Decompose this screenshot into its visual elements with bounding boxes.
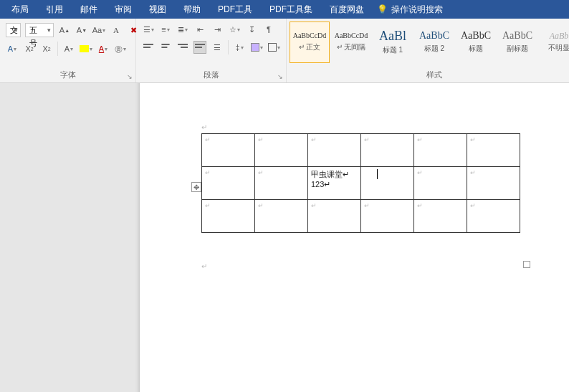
grow-font-button[interactable]: A▲	[58, 24, 71, 37]
sort-button[interactable]: ↧	[245, 23, 258, 36]
text-effects-button[interactable]: A	[6, 42, 19, 55]
table-cell[interactable]	[467, 134, 520, 167]
align-center-button[interactable]	[159, 41, 172, 54]
style-item-5[interactable]: AaBbC副标题	[497, 21, 537, 63]
table-cell[interactable]	[467, 200, 520, 233]
style-item-0[interactable]: AaBbCcDd↵ 正文	[290, 21, 330, 63]
style-gallery[interactable]: AaBbCcDd↵ 正文AaBbCcDd↵ 无间隔AaBl标题 1AaBbC标题…	[287, 19, 569, 63]
table-move-handle[interactable]: ✥	[191, 182, 201, 192]
table-cell[interactable]	[414, 167, 467, 200]
table[interactable]: 甲虫课堂↵ 123↵	[201, 133, 520, 233]
style-item-6[interactable]: AaBb不明显	[539, 21, 569, 63]
phonetic-guide-button[interactable]: A	[110, 24, 123, 37]
tab-layout[interactable]: 布局	[3, 0, 37, 19]
font-size-dropdown[interactable]: 五号	[25, 23, 54, 37]
tell-me-search[interactable]: 💡 操作说明搜索	[377, 4, 443, 16]
cell-text: 甲虫课堂↵	[311, 170, 349, 178]
tab-view[interactable]: 视图	[140, 0, 175, 19]
table-row: 甲虫课堂↵ 123↵	[202, 167, 520, 200]
table-cell[interactable]	[467, 167, 520, 200]
bullets-button[interactable]: ☰	[142, 23, 155, 36]
paragraph-dialog-launcher[interactable]: ↘	[277, 73, 283, 80]
style-preview: AaBl	[379, 29, 406, 42]
increase-indent-button[interactable]: ⇥	[211, 23, 224, 36]
menubar: 布局 引用 邮件 审阅 视图 帮助 PDF工具 PDF工具集 百度网盘 💡 操作…	[0, 0, 569, 19]
numbering-button[interactable]: ≡	[159, 23, 172, 36]
group-label-font: 字体 ↘	[0, 68, 135, 82]
style-item-1[interactable]: AaBbCcDd↵ 无间隔	[331, 21, 371, 63]
table-cell[interactable]	[361, 134, 414, 167]
document-area: ↵ ✥ 甲虫课堂↵ 123↵	[0, 83, 569, 392]
separator	[57, 42, 58, 56]
table-resize-handle[interactable]	[523, 261, 530, 268]
group-label-paragraph: 段落 ↘	[136, 68, 286, 82]
table-cell[interactable]	[414, 134, 467, 167]
style-item-3[interactable]: AaBbC标题 2	[414, 21, 454, 63]
tab-mailings[interactable]: 邮件	[72, 0, 106, 19]
font-family-dropdown[interactable]: 文	[6, 23, 21, 37]
multilevel-list-button[interactable]: ≣	[176, 23, 189, 36]
tell-me-placeholder: 操作说明搜索	[391, 4, 443, 16]
table-cell[interactable]	[361, 200, 414, 233]
asian-layout-button[interactable]: ☆	[228, 23, 241, 36]
group-label-styles: 样式	[287, 68, 569, 82]
style-preview: AaBbCcDd	[335, 32, 368, 39]
character-shading-button[interactable]: A	[62, 42, 75, 55]
table-cell[interactable]	[414, 200, 467, 233]
style-label: ↵ 正文	[299, 42, 321, 52]
tab-references[interactable]: 引用	[37, 0, 72, 19]
tab-pdf-toolset[interactable]: PDF工具集	[261, 0, 321, 19]
tab-baidu-netdisk[interactable]: 百度网盘	[321, 0, 373, 19]
table-cell[interactable]	[255, 200, 308, 233]
cell-text: 123↵	[311, 180, 330, 188]
table-cell[interactable]	[308, 200, 361, 233]
shrink-font-button[interactable]: A▼	[75, 24, 88, 37]
lightbulb-icon: 💡	[377, 4, 388, 14]
style-label: 标题 2	[424, 44, 444, 54]
text-cursor	[377, 169, 378, 179]
align-right-button[interactable]	[176, 41, 189, 54]
style-label: 标题	[469, 44, 483, 54]
align-left-button[interactable]	[142, 41, 155, 54]
tab-pdf-tools[interactable]: PDF工具	[209, 0, 261, 19]
font-color-button[interactable]: A	[97, 42, 110, 55]
style-preview: AaBb	[550, 32, 569, 40]
ribbon: 文 五号 A▲ A▼ Aa A ✖ A X2 X2 A A ㊮ 字体 ↘	[0, 19, 569, 83]
distributed-button[interactable]: ☰	[211, 41, 224, 54]
separator	[228, 40, 229, 54]
table-cell[interactable]	[255, 167, 308, 200]
table-row	[202, 134, 520, 167]
show-marks-button[interactable]: ¶	[262, 23, 275, 36]
group-font: 文 五号 A▲ A▼ Aa A ✖ A X2 X2 A A ㊮ 字体 ↘	[0, 19, 136, 82]
shading-button[interactable]	[250, 41, 263, 54]
style-preview: AaBbC	[461, 31, 491, 41]
tab-review[interactable]: 审阅	[106, 0, 140, 19]
style-item-2[interactable]: AaBl标题 1	[373, 21, 413, 63]
table-cell-cursor[interactable]	[361, 167, 414, 200]
paragraph-mark: ↵	[201, 123, 207, 131]
page[interactable]: ↵ ✥ 甲虫课堂↵ 123↵	[140, 83, 569, 392]
paragraph-mark: ↵	[201, 262, 207, 270]
style-preview: AaBbCcDd	[293, 32, 327, 39]
borders-button[interactable]	[267, 41, 280, 54]
table-cell-active[interactable]: 甲虫课堂↵ 123↵	[308, 167, 361, 200]
table-cell[interactable]	[202, 134, 255, 167]
line-spacing-button[interactable]: ‡	[233, 41, 246, 54]
change-case-button[interactable]: Aa	[92, 24, 105, 37]
highlight-button[interactable]	[80, 42, 92, 55]
enclose-characters-button[interactable]: ㊮	[114, 42, 127, 55]
tab-help[interactable]: 帮助	[175, 0, 209, 19]
subscript-button[interactable]: X2	[40, 42, 53, 55]
table-cell[interactable]	[308, 134, 361, 167]
table-cell[interactable]	[255, 134, 308, 167]
table-row	[202, 200, 520, 233]
style-label: 副标题	[507, 44, 528, 54]
style-item-4[interactable]: AaBbC标题	[456, 21, 496, 63]
table-cell[interactable]	[202, 200, 255, 233]
table-cell[interactable]	[202, 167, 255, 200]
style-label: ↵ 无间隔	[337, 42, 366, 52]
align-justify-button[interactable]	[193, 41, 206, 54]
font-dialog-launcher[interactable]: ↘	[127, 73, 133, 80]
decrease-indent-button[interactable]: ⇤	[193, 23, 206, 36]
style-preview: AaBbC	[502, 31, 532, 41]
